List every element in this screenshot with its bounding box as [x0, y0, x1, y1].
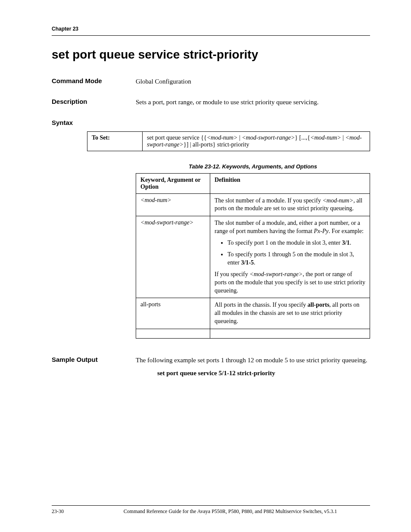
definition-cell: The slot number of a module, and, either… — [210, 216, 370, 298]
footer-rule — [52, 505, 370, 506]
syntax-label: Syntax — [52, 119, 136, 126]
table-header-definition: Definition — [210, 173, 370, 193]
syntax-row: To Set: set port queue service {{<mod-nu… — [87, 131, 370, 151]
page-header: Chapter 23 — [52, 26, 370, 36]
sample-output-text: The following example set ports 1 throug… — [136, 356, 370, 364]
chapter-label: Chapter 23 — [52, 26, 370, 32]
table-row: <mod-swport-range>The slot number of a m… — [136, 216, 370, 298]
page-footer: 23-30 Command Reference Guide for the Av… — [52, 505, 370, 515]
definition-cell: The slot number of a module. If you spec… — [210, 193, 370, 216]
description-value: Sets a port, port range, or module to us… — [136, 98, 370, 106]
to-set-label: To Set: — [87, 131, 143, 151]
definition-cell: All ports in the chassis. If you specify… — [210, 298, 370, 329]
table-row: <mod-num>The slot number of a module. If… — [136, 193, 370, 216]
to-set-value: set port queue service {{<mod-num> | <mo… — [143, 131, 370, 151]
syntax-table: To Set: set port queue service {{<mod-nu… — [87, 131, 370, 151]
header-rule — [52, 35, 370, 36]
footer-line: 23-30 Command Reference Guide for the Av… — [52, 508, 370, 515]
sample-output-command: set port queue service 5/1-12 strict-pri… — [157, 370, 370, 377]
footer-text: Command Reference Guide for the Avaya P5… — [90, 508, 370, 515]
table-header-row: Keyword, Argument or Option Definition — [136, 173, 370, 193]
page-number: 23-30 — [52, 508, 90, 515]
command-mode-value: Global Configuration — [136, 77, 370, 86]
syntax-section-header: Syntax — [52, 119, 370, 126]
sample-output-label: Sample Output — [52, 356, 136, 364]
keyword-cell: <mod-num> — [136, 193, 210, 216]
keywords-table-wrapper: Table 23-12. Keywords, Arguments, and Op… — [136, 163, 370, 339]
table-caption: Table 23-12. Keywords, Arguments, and Op… — [136, 163, 370, 170]
page-title: set port queue service strict-priority — [52, 48, 370, 62]
keyword-cell: <mod-swport-range> — [136, 216, 210, 298]
description-label: Description — [52, 98, 136, 106]
sample-output-section: Sample Output The following example set … — [52, 356, 370, 364]
table-header-keyword: Keyword, Argument or Option — [136, 173, 210, 193]
keywords-table: Keyword, Argument or Option Definition <… — [136, 173, 370, 339]
keyword-cell: all-ports — [136, 298, 210, 329]
empty-cell — [136, 329, 210, 339]
command-mode-section: Command Mode Global Configuration — [52, 77, 370, 86]
table-row: all-portsAll ports in the chassis. If yo… — [136, 298, 370, 329]
syntax-table-wrapper: To Set: set port queue service {{<mod-nu… — [87, 131, 370, 151]
command-mode-label: Command Mode — [52, 77, 136, 86]
table-empty-row — [136, 329, 370, 339]
description-section: Description Sets a port, port range, or … — [52, 98, 370, 106]
empty-cell — [210, 329, 370, 339]
